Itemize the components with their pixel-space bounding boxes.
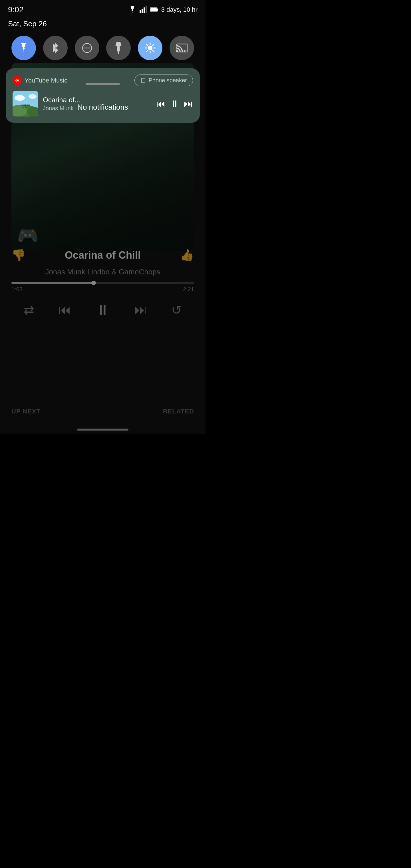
home-indicator[interactable]: [77, 429, 128, 431]
notification-pause-button[interactable]: ⏸: [170, 98, 179, 109]
album-art-svg: OCARINA OF CHILL: [12, 91, 38, 117]
progress-container[interactable]: 1:03 2:21: [11, 282, 194, 293]
player-artist: Jonas Munk Lindbo & GameChops: [11, 268, 194, 276]
svg-rect-9: [117, 46, 120, 52]
svg-text:OCARINA: OCARINA: [21, 104, 30, 106]
notification-app: YouTube Music: [12, 76, 67, 85]
svg-rect-5: [157, 9, 158, 10]
progress-times: 1:03 2:21: [11, 286, 194, 293]
tab-related[interactable]: RELATED: [103, 403, 205, 420]
qs-dnd-button[interactable]: [75, 36, 99, 60]
svg-rect-6: [150, 8, 157, 11]
notification-prev-button[interactable]: ⏮: [156, 98, 165, 109]
svg-rect-3: [146, 6, 147, 13]
qs-bluetooth-button[interactable]: [43, 36, 68, 60]
status-icons: 3 days, 10 hr: [128, 6, 197, 13]
svg-point-34: [29, 94, 36, 99]
output-device-button[interactable]: Phone speaker: [134, 74, 193, 86]
youtube-music-icon: [12, 76, 22, 85]
main-controls: ⇄ ⏮ ⏸ ⏭ ↺: [11, 301, 194, 318]
signal-icon: [139, 6, 147, 13]
status-bar: 9:02 3 days, 10 hr: [0, 0, 205, 17]
thumbs-up-button[interactable]: 👍: [180, 248, 194, 262]
qs-brightness-icon: [145, 42, 156, 54]
progress-bar-fill: [11, 282, 94, 284]
notification-next-button[interactable]: ⏭: [184, 98, 193, 109]
svg-point-33: [14, 95, 25, 101]
album-art-inner: OCARINA OF CHILL: [12, 91, 38, 117]
yt-music-svg: [14, 77, 21, 84]
qs-brightness-button[interactable]: [138, 36, 162, 60]
notification-bar: Sat, Sep 26: [0, 17, 205, 31]
app-name: YouTube Music: [25, 77, 67, 84]
svg-point-20: [184, 50, 186, 52]
qs-bluetooth-icon: [51, 42, 59, 54]
media-controls: ⏮ ⏸ ⏭: [156, 98, 193, 109]
shuffle-button[interactable]: ⇄: [24, 303, 34, 317]
phone-icon: [140, 78, 146, 83]
qs-flashlight-button[interactable]: [106, 36, 131, 60]
svg-rect-1: [141, 9, 143, 13]
svg-line-17: [153, 44, 154, 45]
pause-button[interactable]: ⏸: [95, 301, 110, 318]
svg-rect-0: [139, 10, 141, 13]
repeat-button[interactable]: ↺: [171, 303, 182, 317]
progress-thumb: [91, 281, 96, 285]
wifi-icon: [128, 6, 137, 13]
svg-line-15: [147, 44, 148, 45]
album-art-thumbnail: OCARINA OF CHILL: [12, 91, 38, 117]
svg-rect-2: [144, 7, 145, 13]
qs-wifi-button[interactable]: [11, 36, 36, 60]
svg-text:OF CHILL: OF CHILL: [22, 107, 29, 108]
thumbs-down-button[interactable]: 👎: [11, 248, 26, 262]
output-device-label: Phone speaker: [149, 77, 187, 84]
svg-line-16: [153, 51, 154, 52]
battery-text: 3 days, 10 hr: [161, 6, 197, 13]
qs-cast-icon: [176, 43, 188, 53]
notification-date: Sat, Sep 26: [8, 20, 47, 28]
svg-point-28: [143, 83, 144, 83]
qs-flashlight-icon: [114, 42, 123, 54]
svg-point-10: [148, 46, 152, 50]
qs-cast-button[interactable]: [169, 36, 194, 60]
qs-wifi-icon: [18, 43, 29, 53]
player-title: Ocarina of Chill: [26, 249, 180, 261]
total-time: 2:21: [183, 286, 194, 293]
svg-line-18: [147, 51, 148, 52]
drag-handle[interactable]: [86, 83, 120, 85]
next-button[interactable]: ⏭: [134, 303, 147, 317]
player-area: 👎 Ocarina of Chill 👍 Jonas Munk Lindbo &…: [0, 248, 205, 318]
progress-bar-track[interactable]: [11, 282, 194, 284]
tab-up-next[interactable]: UP NEXT: [0, 403, 103, 420]
prev-button[interactable]: ⏮: [59, 303, 71, 317]
game-controller-icon: 🎮: [17, 225, 38, 246]
bottom-tabs: UP NEXT RELATED: [0, 403, 205, 420]
current-time: 1:03: [11, 286, 23, 293]
qs-dnd-icon: [81, 42, 93, 54]
player-track-info: 👎 Ocarina of Chill 👍: [11, 248, 194, 262]
quick-settings: [0, 31, 205, 65]
battery-icon: [150, 7, 158, 12]
no-notifications-label: No notifications: [72, 97, 134, 117]
status-time: 9:02: [8, 5, 24, 14]
